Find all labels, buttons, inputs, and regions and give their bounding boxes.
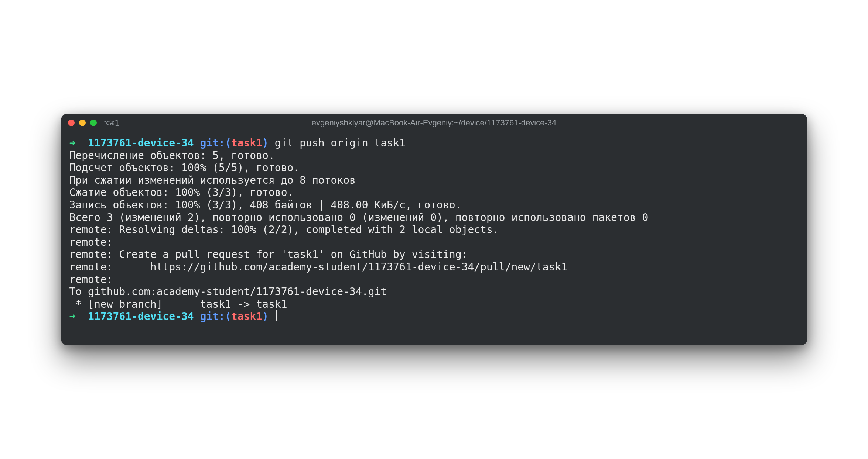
terminal-window: ⌥⌘1 evgeniyshklyar@MacBook-Air-Evgeniy:~… — [61, 114, 807, 345]
terminal-body[interactable]: ➜ 1173761-device-34 git:(task1) git push… — [61, 132, 807, 345]
titlebar: ⌥⌘1 evgeniyshklyar@MacBook-Air-Evgeniy:~… — [61, 114, 807, 132]
close-icon[interactable] — [68, 120, 75, 126]
minimize-icon[interactable] — [79, 120, 86, 126]
git-branch: task1 — [231, 310, 262, 322]
maximize-icon[interactable] — [90, 120, 97, 126]
output-line: remote: — [69, 236, 113, 248]
cursor-icon — [276, 310, 277, 321]
output-line: remote: — [69, 273, 113, 286]
output-line: Запись объектов: 100% (3/3), 408 байтов … — [69, 199, 462, 211]
command-text: git push origin task1 — [275, 137, 406, 149]
output-line: remote: https://github.com/academy-stude… — [69, 261, 568, 273]
output-line: remote: Resolving deltas: 100% (2/2), co… — [69, 224, 499, 236]
prompt-arrow-icon: ➜ — [69, 137, 76, 149]
git-prefix: git:( — [200, 137, 231, 149]
output-line: Всего 3 (изменений 2), повторно использо… — [69, 211, 649, 224]
output-line: При сжатии изменений используется до 8 п… — [69, 174, 356, 186]
output-line: Перечисление объектов: 5, готово. — [69, 149, 275, 162]
git-branch: task1 — [231, 137, 262, 149]
tab-indicator: ⌥⌘1 — [104, 118, 120, 128]
output-line: remote: Create a pull request for 'task1… — [69, 248, 468, 260]
output-line: Подсчет объектов: 100% (5/5), готово. — [69, 162, 300, 174]
prompt-arrow-icon: ➜ — [69, 310, 76, 322]
output-line: * [new branch] task1 -> task1 — [69, 298, 287, 310]
output-line: Сжатие объектов: 100% (3/3), готово. — [69, 186, 294, 199]
git-prefix: git:( — [200, 310, 231, 322]
prompt-directory: 1173761-device-34 — [88, 137, 194, 149]
prompt-directory: 1173761-device-34 — [88, 310, 194, 322]
window-controls — [68, 120, 97, 126]
git-suffix: ) — [262, 310, 269, 322]
git-suffix: ) — [262, 137, 269, 149]
window-title: evgeniyshklyar@MacBook-Air-Evgeniy:~/dev… — [61, 118, 807, 128]
output-line: To github.com:academy-student/1173761-de… — [69, 286, 387, 298]
